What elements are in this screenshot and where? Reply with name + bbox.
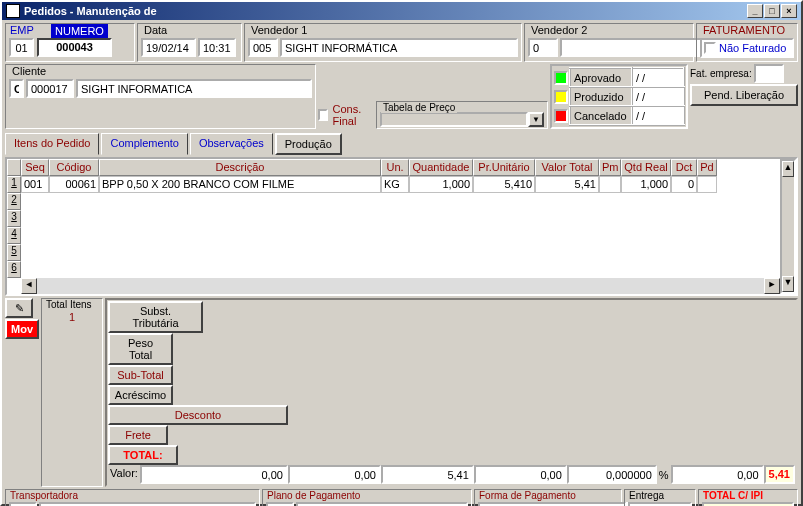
forma-select[interactable] — [478, 502, 626, 506]
entrega-label: Entrega — [629, 490, 664, 501]
hora-input[interactable] — [198, 38, 236, 57]
row-header-6[interactable]: 6 — [7, 261, 21, 278]
vendedor1-name[interactable] — [280, 38, 518, 57]
window-title: Pedidos - Manutenção de — [24, 5, 157, 17]
peso-input[interactable] — [288, 465, 381, 484]
tabela-preco-select[interactable] — [380, 112, 528, 127]
tabela-preco-label: Tabela de Preço — [381, 102, 457, 113]
vendedor1-code[interactable] — [248, 38, 278, 57]
vendedor1-label: Vendedor 1 — [249, 24, 309, 36]
frete-input[interactable] — [671, 465, 764, 484]
row-header-4[interactable]: 4 — [7, 227, 21, 244]
tab-complemento[interactable]: Complemento — [101, 133, 187, 155]
vendedor2-name[interactable] — [560, 38, 708, 57]
transportadora-label: Transportadora — [10, 490, 78, 501]
status-yellow-icon — [554, 90, 568, 104]
titlebar: Pedidos - Manutenção de _ □ × — [2, 2, 801, 20]
cliente-name[interactable] — [76, 79, 312, 98]
aprovado-date[interactable]: / / — [632, 68, 684, 87]
total-header: TOTAL: — [108, 445, 178, 465]
tab-producao[interactable]: Produção — [275, 133, 342, 155]
sub-total-header: Sub-Total — [108, 365, 173, 385]
data-input[interactable] — [141, 38, 196, 57]
faturamento-label: FATURAMENTO — [701, 24, 787, 36]
fat-empresa-input[interactable] — [754, 64, 784, 83]
scroll-vertical[interactable]: ▲ ▼ — [780, 159, 796, 294]
nao-faturado-checkbox[interactable] — [704, 42, 716, 54]
app-icon — [6, 4, 20, 18]
close-button[interactable]: × — [781, 4, 797, 18]
maximize-button[interactable]: □ — [764, 4, 780, 18]
table-header: Seq Código Descrição Un. Quantidade Pr.U… — [21, 159, 780, 176]
tabela-preco-dropdown[interactable]: ▼ — [528, 112, 544, 127]
acrescimo-input[interactable] — [474, 465, 567, 484]
aprovado-label: Aprovado — [570, 68, 632, 87]
produzido-label: Produzido — [570, 87, 632, 106]
transp-code[interactable] — [9, 502, 37, 506]
cancelado-label: Cancelado — [570, 106, 632, 125]
mov-button[interactable]: Mov — [5, 319, 39, 339]
plano-label: Plano de Pagamento — [267, 490, 360, 501]
desconto-header: Desconto — [108, 405, 288, 425]
row-header-5[interactable]: 5 — [7, 244, 21, 261]
table-row[interactable]: 001 00061 BPP 0,50 X 200 BRANCO COM FILM… — [21, 176, 780, 193]
numero-label: NUMERO — [51, 24, 108, 38]
forma-label: Forma de Pagamento — [479, 490, 576, 501]
row-header-1[interactable]: 1 — [7, 176, 21, 193]
peso-total-header: Peso Total — [108, 333, 173, 365]
frete-header: Frete — [108, 425, 168, 445]
plano-code[interactable] — [266, 502, 294, 506]
status-green-icon — [554, 71, 568, 85]
cancelado-date[interactable]: / / — [632, 106, 684, 125]
tab-itens[interactable]: Itens do Pedido — [5, 133, 99, 155]
vendedor2-label: Vendedor 2 — [529, 24, 589, 36]
status-red-icon — [554, 109, 568, 123]
produzido-date[interactable]: / / — [632, 87, 684, 106]
vendedor2-code[interactable] — [528, 38, 558, 57]
total-value: 5,41 — [764, 465, 795, 484]
numero-input[interactable]: 000043 — [37, 38, 112, 57]
emp-label: EMP — [10, 24, 34, 36]
valor-input[interactable] — [140, 465, 288, 484]
cons-final-label: Cons. Final — [333, 103, 371, 127]
total-ipi-value: 5,41 — [702, 502, 794, 506]
subst-trib-header: Subst. Tributária — [108, 301, 203, 333]
transp-name[interactable] — [39, 502, 256, 506]
row-header-3[interactable]: 3 — [7, 210, 21, 227]
minimize-button[interactable]: _ — [747, 4, 763, 18]
row-header-2[interactable]: 2 — [7, 193, 21, 210]
cliente-type[interactable] — [9, 79, 24, 98]
total-itens-label: Total Itens — [46, 299, 92, 310]
cons-final-checkbox[interactable] — [318, 109, 328, 121]
total-itens-value: 1 — [45, 311, 99, 323]
items-table[interactable]: 1 2 3 4 5 6 Seq Código Descrição Un. Qua… — [5, 157, 798, 296]
subtotal-input[interactable] — [381, 465, 474, 484]
plano-name[interactable] — [296, 502, 468, 506]
cliente-code[interactable] — [26, 79, 74, 98]
acrescimo-header: Acréscimo — [108, 385, 173, 405]
total-ipi-label: TOTAL C/ IPI — [703, 490, 763, 501]
scroll-left[interactable]: ◄ — [21, 278, 37, 294]
entrega-input[interactable] — [628, 502, 692, 506]
tab-observacoes[interactable]: Observações — [190, 133, 273, 155]
fat-empresa-label: Fat. empresa: — [690, 68, 752, 79]
edit-button[interactable]: ✎ — [5, 298, 33, 318]
scroll-right[interactable]: ► — [764, 278, 780, 294]
cliente-label: Cliente — [10, 65, 48, 77]
nao-faturado-label: Não Faturado — [719, 42, 786, 54]
desconto-input[interactable] — [567, 465, 657, 484]
data-label: Data — [142, 24, 169, 36]
pend-liberacao-button[interactable]: Pend. Liberação — [690, 84, 798, 106]
emp-input[interactable] — [9, 38, 34, 57]
